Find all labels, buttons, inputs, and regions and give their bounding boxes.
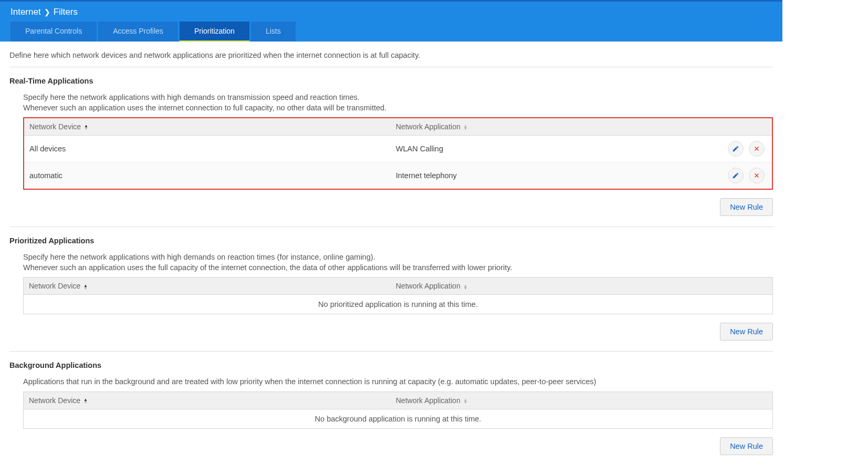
col-actions bbox=[705, 277, 772, 295]
page-intro: Define here which network devices and ne… bbox=[9, 51, 773, 67]
sort-icon: ▲▼ bbox=[83, 398, 88, 404]
cell-app: WLAN Calling bbox=[391, 136, 705, 162]
divider bbox=[9, 227, 773, 227]
close-icon bbox=[753, 172, 760, 179]
tab-access-profiles[interactable]: Access Profiles bbox=[98, 22, 178, 42]
tabs: Parental Controls Access Profiles Priori… bbox=[0, 22, 782, 42]
delete-button[interactable] bbox=[749, 168, 765, 183]
sort-icon: ▲▼ bbox=[464, 125, 468, 130]
delete-button[interactable] bbox=[749, 141, 765, 157]
close-icon bbox=[753, 145, 760, 152]
tab-parental-controls[interactable]: Parental Controls bbox=[11, 22, 97, 42]
empty-row: No prioritized application is running at… bbox=[24, 295, 772, 314]
table-row: automatic Internet telephony bbox=[24, 162, 772, 189]
edit-button[interactable] bbox=[728, 168, 744, 183]
col-device[interactable]: Network Device ▲▼ bbox=[24, 277, 391, 295]
pencil-icon bbox=[732, 145, 739, 152]
breadcrumb-parent[interactable]: Internet bbox=[11, 7, 41, 17]
help-icon[interactable]: ? bbox=[846, 9, 857, 21]
empty-message: No background application is running at … bbox=[24, 409, 772, 428]
sort-icon: ▲▼ bbox=[83, 284, 88, 290]
edit-button[interactable] bbox=[728, 141, 744, 157]
breadcrumb: Internet ❯ Filters bbox=[0, 2, 782, 22]
table-row: All devices WLAN Calling bbox=[24, 136, 772, 162]
new-rule-button[interactable]: New Rule bbox=[720, 198, 773, 216]
col-app[interactable]: Network Application ▲▼ bbox=[391, 392, 705, 409]
breadcrumb-current: Filters bbox=[54, 7, 78, 17]
divider bbox=[9, 67, 773, 67]
sort-icon: ▲▼ bbox=[464, 398, 468, 404]
new-rule-button[interactable]: New Rule bbox=[720, 437, 773, 455]
empty-message: No prioritized application is running at… bbox=[24, 295, 772, 314]
sort-icon: ▲▼ bbox=[464, 284, 468, 290]
background-desc: Applications that run in the background … bbox=[23, 377, 773, 387]
col-actions bbox=[705, 118, 772, 136]
col-actions bbox=[705, 392, 772, 409]
tab-prioritization[interactable]: Prioritization bbox=[180, 22, 249, 42]
realtime-title: Real-Time Applications bbox=[9, 77, 773, 85]
col-app[interactable]: Network Application ▲▼ bbox=[391, 277, 705, 295]
new-rule-button[interactable]: New Rule bbox=[720, 323, 773, 341]
col-device[interactable]: Network Device ▲▼ bbox=[24, 392, 391, 409]
realtime-desc: Specify here the network applications wi… bbox=[23, 92, 773, 113]
prioritized-table: Network Device ▲▼ Network Application ▲▼… bbox=[23, 277, 773, 314]
cell-app: Internet telephony bbox=[391, 162, 705, 189]
col-device[interactable]: Network Device ▲▼ bbox=[24, 118, 391, 136]
background-table: Network Device ▲▼ Network Application ▲▼… bbox=[23, 392, 773, 429]
chevron-right-icon: ❯ bbox=[44, 8, 50, 16]
background-title: Background Applications bbox=[9, 361, 773, 369]
cell-device: automatic bbox=[24, 162, 391, 189]
pencil-icon bbox=[732, 172, 739, 179]
prioritized-desc: Specify here the network applications wi… bbox=[23, 252, 773, 273]
tab-lists[interactable]: Lists bbox=[251, 22, 296, 42]
empty-row: No background application is running at … bbox=[24, 409, 772, 428]
cell-device: All devices bbox=[24, 136, 391, 162]
prioritized-title: Prioritized Applications bbox=[9, 236, 773, 245]
divider bbox=[9, 351, 773, 352]
sort-icon: ▲▼ bbox=[84, 125, 88, 130]
realtime-table: Network Device ▲▼ Network Application ▲▼… bbox=[23, 117, 773, 190]
col-app[interactable]: Network Application ▲▼ bbox=[391, 118, 705, 136]
